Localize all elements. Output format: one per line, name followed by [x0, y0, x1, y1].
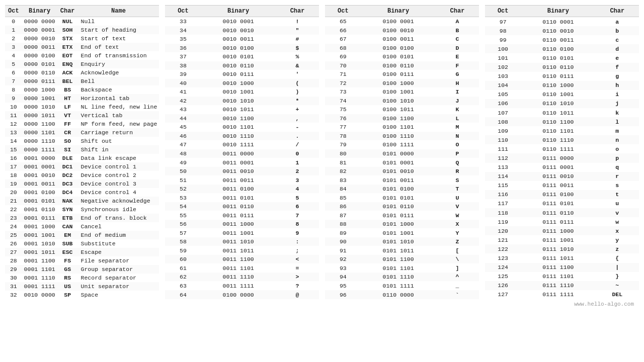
table-row: 1220111 1010z: [485, 244, 639, 253]
table-cell: 0010 1000: [201, 79, 275, 88]
table-cell: 120: [485, 226, 521, 235]
table-cell: 22: [5, 205, 22, 214]
table-cell: 0100 1110: [361, 132, 435, 141]
table-cell: RS: [57, 274, 78, 282]
table-cell: >: [276, 273, 319, 282]
table-cell: ^: [436, 273, 479, 282]
table-cell: 0100 0101: [361, 52, 435, 61]
table-row: 170001 0001DC1Device control 1: [5, 162, 159, 171]
table-cell: 37: [165, 52, 201, 61]
ascii-tables: OctBinaryCharName00000 0000NULNull10000 …: [5, 5, 639, 299]
table-row: 430010 1011+: [165, 105, 319, 114]
table-row: 40000 0100EOTEnd of transmission: [5, 51, 159, 60]
table-cell: 0001 1111: [22, 282, 57, 291]
table-row: 450010 1101-: [165, 123, 319, 132]
table-cell: 0110 1000: [521, 81, 595, 90]
table-cell: 0010 1001: [201, 87, 275, 97]
table-cell: 41: [165, 87, 201, 97]
table-cell: 33: [165, 17, 201, 26]
table-row: 1180111 0110v: [485, 208, 639, 217]
table-row: 560011 10008: [165, 220, 319, 229]
table-cell: g: [596, 72, 639, 81]
table-cell: 100: [485, 44, 521, 53]
table-cell: 4: [276, 185, 319, 194]
table-cell: 0100 1100: [361, 114, 435, 123]
table-cell: BS: [57, 85, 78, 94]
table-row: 390010 0111': [165, 70, 319, 79]
table-row: 1250111 1101}: [485, 272, 639, 281]
table-cell: 0000 0110: [22, 68, 57, 77]
table-cell: 0101 0111: [361, 211, 435, 220]
table-cell: 117: [485, 199, 521, 208]
table-cell: (: [276, 79, 319, 88]
table-cell: ETB: [57, 214, 78, 222]
table-cell: 60: [165, 255, 201, 264]
table-cell: 0010 1101: [201, 123, 275, 132]
table-cell: 0001 1001: [22, 231, 57, 239]
table-row: 1140111 0010r: [485, 172, 639, 181]
table-cell: 8: [5, 85, 22, 94]
table-cell: :: [276, 237, 319, 246]
table-cell: End of transmission: [78, 51, 159, 60]
table-cell: Substitute: [78, 239, 159, 248]
table-cell: 86: [325, 202, 361, 211]
table-cell: 0010 0000: [22, 291, 57, 299]
table-cell: NUL: [57, 17, 78, 26]
table-row: 1150111 0011s: [485, 181, 639, 190]
table-cell: 98: [485, 26, 521, 35]
table-cell: Backspace: [78, 85, 159, 94]
table-cell: =: [276, 263, 319, 273]
table-cell: 94: [325, 273, 361, 282]
table-cell: 0100 1101: [361, 123, 435, 132]
table-cell: 0001 0001: [22, 162, 57, 171]
table-cell: 0111 1011: [521, 253, 595, 262]
table-cell: 0000 1010: [22, 103, 57, 111]
table-cell: 67: [325, 35, 361, 44]
table-cell: 114: [485, 172, 521, 181]
table-row: 360010 0100$: [165, 44, 319, 53]
table-cell: 72: [325, 79, 361, 88]
table-row: 1190111 0111w: [485, 217, 639, 226]
table-row: 850101 0101U: [325, 193, 479, 202]
table-cell: 73: [325, 87, 361, 97]
table-cell: 0011 1010: [201, 237, 275, 246]
table-cell: #: [276, 35, 319, 44]
table-cell: r: [596, 172, 639, 181]
table-cell: EM: [57, 231, 78, 239]
table-cell: 85: [325, 193, 361, 202]
table-cell: 38: [165, 61, 201, 70]
table-cell: 125: [485, 272, 521, 281]
table-row: 610011 1101=: [165, 263, 319, 273]
table-cell: 0011 1001: [201, 228, 275, 237]
table-cell: 0000 1110: [22, 137, 57, 145]
table-row: 320010 0000SPSpace: [5, 291, 159, 299]
column-header: Oct: [165, 6, 201, 17]
table-cell: 108: [485, 117, 521, 126]
table-row: 910101 1011[: [325, 246, 479, 255]
table-cell: 103: [485, 72, 521, 81]
table-cell: 1: [276, 158, 319, 167]
table-cell: 52: [165, 185, 201, 194]
table-cell: 14: [5, 137, 22, 145]
table-cell: 0011 0101: [201, 193, 275, 202]
table-cell: i: [596, 90, 639, 99]
table-row: 790100 1111O: [325, 140, 479, 149]
table-cell: b: [596, 26, 639, 35]
table-cell: 0101 0110: [361, 202, 435, 211]
table-cell: 0110 0001: [521, 17, 595, 27]
table-row: 770100 1101M: [325, 123, 479, 132]
table-cell: 0000 1111: [22, 145, 57, 154]
table-cell: ): [276, 87, 319, 97]
table-cell: j: [596, 99, 639, 108]
table-cell: 11: [5, 111, 22, 120]
table-cell: 0010 0110: [201, 61, 275, 70]
table-cell: 0110 0101: [521, 53, 595, 62]
table-row: 600011 1100<: [165, 255, 319, 264]
table-cell: f: [596, 63, 639, 72]
table-row: 660100 0010B: [325, 26, 479, 35]
table-cell: 0100 0000: [201, 290, 275, 299]
table-cell: W: [436, 211, 479, 220]
table-row: 920101 1100\: [325, 255, 479, 264]
table-cell: 5: [276, 193, 319, 202]
table-row: 190001 0011DC3Device control 3: [5, 179, 159, 188]
